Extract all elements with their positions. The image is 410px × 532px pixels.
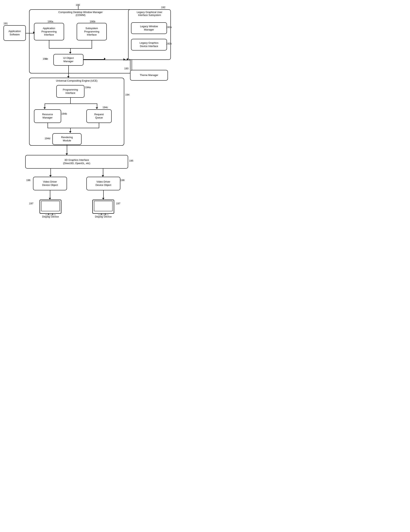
ref-193-hline bbox=[124, 60, 130, 60]
prog-iface-box: ProgrammingInterface bbox=[56, 85, 84, 98]
svg-rect-6 bbox=[94, 201, 112, 211]
ref-196-right: 196 bbox=[120, 179, 125, 182]
display-right-label: Display Device bbox=[91, 215, 116, 218]
graphics-3d-label: 3D Graphics Interface(Direct3D, OpenGL, … bbox=[63, 159, 90, 165]
rendering-to-3d-vline bbox=[67, 145, 67, 155]
api-box: ApplicationProgrammingInterface bbox=[34, 23, 64, 40]
resource-mgr-box: ResourceManager bbox=[34, 109, 61, 123]
svg-rect-1 bbox=[41, 201, 60, 211]
app-software-box: ApplicationSoftware bbox=[3, 25, 26, 41]
legacy-wm-label: Legacy WindowManager bbox=[140, 25, 158, 31]
to-rendering-vline bbox=[70, 128, 71, 132]
appsw-to-api-line bbox=[26, 33, 34, 33]
subsystem-pi-box: SubsystemProgrammingInterface bbox=[77, 23, 107, 40]
api-label: ApplicationProgrammingInterface bbox=[41, 27, 56, 37]
theme-mgr-box: Theme Manager bbox=[130, 70, 168, 81]
arrow-to-uiobjmgr bbox=[69, 52, 71, 54]
uiobjmgr-legacy-hline bbox=[84, 60, 128, 60]
arrow-theme-mgr bbox=[123, 58, 125, 61]
vddo-left-label: Video DriverDevice Object bbox=[42, 180, 58, 187]
arrow-to-vddo-left bbox=[49, 175, 52, 177]
uce-title: Universal Compositing Engine (UCE) bbox=[35, 79, 118, 82]
ref-197-left: 197 bbox=[29, 202, 33, 205]
ref-194b: 194b bbox=[61, 112, 67, 115]
arrow-to-resmgr bbox=[44, 107, 46, 109]
bracket-190c: ⌐ bbox=[46, 57, 47, 61]
ui-obj-mgr-box: UI ObjectManager bbox=[53, 54, 84, 66]
display-right-svg bbox=[91, 200, 116, 215]
rendering-mod-box: RenderingModule bbox=[52, 133, 82, 145]
ref-192b: 192b bbox=[166, 42, 172, 45]
resource-mgr-label: ResourceManager bbox=[42, 113, 53, 119]
legacy-gui-outer-box bbox=[128, 9, 171, 60]
arrow-to-reqqueue bbox=[96, 107, 98, 109]
app-software-label: ApplicationSoftware bbox=[9, 30, 21, 36]
cdwm-to-uce-vline bbox=[68, 66, 69, 77]
request-queue-label: RequestQueue bbox=[94, 113, 104, 119]
ref-194d: 194d bbox=[45, 137, 50, 140]
display-left-label: Display Device bbox=[38, 215, 63, 218]
theme-mgr-label: Theme Manager bbox=[140, 74, 158, 77]
reqqueue-down-line bbox=[99, 123, 99, 128]
ref-196-left: 196 bbox=[26, 179, 30, 182]
ref-190b: 190b bbox=[90, 20, 95, 23]
subsystem-pi-label: SubsystemProgrammingInterface bbox=[84, 27, 99, 37]
ref-192a: 192a bbox=[166, 26, 172, 28]
center-down-line bbox=[70, 48, 71, 52]
cdwm-title: Compositing Desktop Window Manager(CDWM) bbox=[39, 11, 122, 17]
legacy-gdi-label: Legacy GraphicsDevice Interface bbox=[140, 41, 158, 48]
ref-192: 192 bbox=[161, 6, 165, 9]
arrow-to-3d bbox=[66, 153, 68, 155]
vddo-right-label: Video DriverDevice Object bbox=[95, 180, 111, 187]
arrow-to-rendering bbox=[69, 131, 71, 133]
ref-194a: 194a bbox=[85, 86, 91, 89]
arrow-cdwm-to-uce bbox=[67, 76, 69, 78]
ref-195: 195 bbox=[129, 159, 133, 162]
arrow-appsw-to-api bbox=[33, 31, 35, 34]
legacy-gdi-box: Legacy GraphicsDevice Interface bbox=[131, 39, 167, 50]
api-down-line bbox=[49, 40, 49, 48]
arrow-to-display-left bbox=[49, 198, 51, 200]
legacy-wm-box: Legacy WindowManager bbox=[131, 22, 167, 34]
ref-arrow-190 bbox=[78, 6, 78, 9]
display-left-svg bbox=[38, 200, 63, 215]
to-reqqueue-vline bbox=[97, 104, 97, 108]
ref-194: 194 bbox=[125, 93, 130, 96]
legacy-gui-title: Legacy Graphical UserInterface Subsystem bbox=[129, 11, 170, 17]
ref-190: 190 bbox=[76, 3, 80, 6]
ref-193-vline bbox=[130, 60, 130, 70]
ref-190a: 190a bbox=[47, 20, 53, 23]
ui-obj-mgr-label: UI ObjectManager bbox=[63, 57, 74, 63]
vddo-left-box: Video DriverDevice Object bbox=[33, 177, 67, 190]
arrow-to-display-right bbox=[102, 198, 104, 200]
ref-191: 191 bbox=[3, 22, 8, 25]
request-queue-box: RequestQueue bbox=[86, 109, 112, 123]
arrow-to-vddo-right bbox=[102, 175, 104, 177]
diagram: 190 Compositing Desktop Window Manager(C… bbox=[0, 0, 175, 214]
ref-197-right: 197 bbox=[116, 202, 120, 205]
to-resmgr-vline bbox=[45, 104, 45, 108]
rendering-hline bbox=[47, 128, 99, 128]
graphics-3d-box: 3D Graphics Interface(Direct3D, OpenGL, … bbox=[25, 155, 128, 169]
resmgr-down-line bbox=[47, 123, 48, 128]
ref-194c: 194c bbox=[102, 106, 108, 109]
vddo-right-box: Video DriverDevice Object bbox=[86, 177, 120, 190]
pi-hline bbox=[45, 104, 97, 104]
prog-iface-label: ProgrammingInterface bbox=[63, 88, 78, 95]
rendering-mod-label: RenderingModule bbox=[61, 136, 73, 142]
subpi-down-line bbox=[92, 40, 92, 48]
ref-193: 193 bbox=[124, 67, 129, 70]
pi-down-line bbox=[70, 98, 71, 104]
